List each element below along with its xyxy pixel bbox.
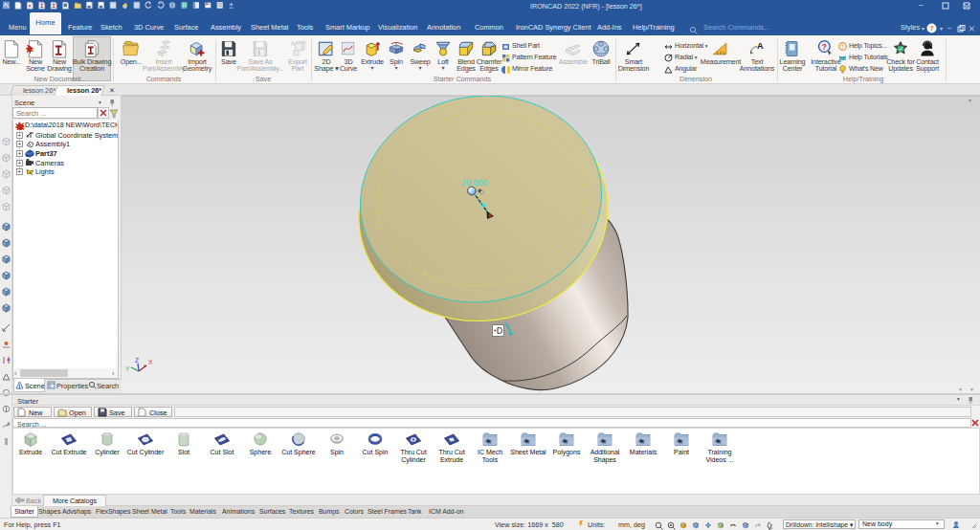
svg-text:A: A bbox=[7, 421, 11, 427]
svg-text:Y: Y bbox=[125, 365, 130, 372]
svg-text:▾: ▾ bbox=[970, 386, 973, 392]
svg-text:X: X bbox=[148, 359, 153, 365]
svg-text:▾: ▾ bbox=[969, 98, 971, 103]
svg-text:Z: Z bbox=[135, 357, 139, 364]
svg-text:?: ? bbox=[841, 44, 845, 50]
svg-text:?: ? bbox=[822, 42, 827, 52]
svg-text:20.000: 20.000 bbox=[461, 178, 488, 188]
svg-text:?: ? bbox=[929, 24, 934, 33]
svg-text:▾: ▾ bbox=[959, 386, 962, 392]
svg-text:A: A bbox=[757, 41, 764, 51]
